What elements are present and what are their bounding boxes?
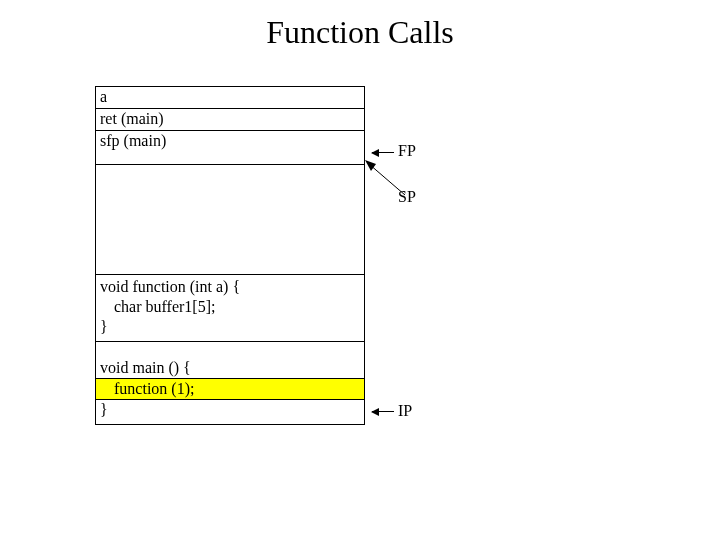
- stack-row-ret: ret (main): [95, 108, 365, 130]
- stack-row-sfp: sfp (main): [95, 130, 365, 152]
- code-main-close: }: [100, 400, 360, 420]
- label-sp: SP: [398, 188, 416, 206]
- page-title: Function Calls: [0, 14, 720, 51]
- svg-marker-1: [365, 160, 376, 171]
- stack-gap-big: [95, 164, 365, 274]
- code-fn-sig: void function (int a) {: [100, 277, 360, 297]
- code-main-call: function (1);: [100, 379, 194, 399]
- label-ip: IP: [398, 402, 412, 420]
- stack-gap-small: [95, 152, 365, 164]
- arrow-ip: [372, 411, 394, 412]
- code-main: void main () { function (1); }: [95, 341, 365, 425]
- code-fn-close: }: [100, 317, 360, 337]
- code-main-call-highlight: function (1);: [96, 378, 364, 400]
- stack-row-a: a: [95, 86, 365, 108]
- code-main-sig: void main () {: [100, 358, 360, 378]
- code-fn-decl: char buffer1[5];: [100, 297, 360, 317]
- label-fp: FP: [398, 142, 416, 160]
- arrow-fp: [372, 152, 394, 153]
- stack-diagram: a ret (main) sfp (main) void function (i…: [95, 86, 365, 425]
- code-function: void function (int a) { char buffer1[5];…: [95, 274, 365, 341]
